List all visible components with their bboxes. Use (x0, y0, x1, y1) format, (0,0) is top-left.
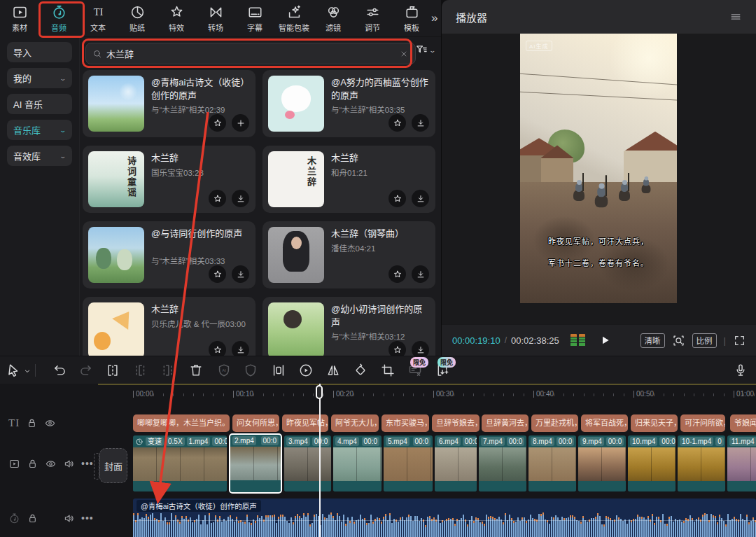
redo-button[interactable] (78, 363, 94, 378)
sidebar-item-我的[interactable]: 我的⌄ (7, 68, 72, 88)
lock-icon[interactable] (27, 512, 38, 524)
record-voiceover-button[interactable] (733, 363, 748, 378)
sidebar-item-音乐库[interactable]: 音乐库⌄ (7, 120, 72, 140)
preview-zoom-icon[interactable] (672, 334, 685, 347)
video-preview[interactable]: AI生成 昨夜见军帖，可汗大点兵， 军书十二卷，卷卷有爷名。 (520, 34, 677, 303)
favorite-button[interactable] (209, 114, 226, 132)
download-button[interactable] (412, 114, 429, 132)
fullscreen-icon[interactable] (733, 334, 746, 347)
cover-button[interactable]: 封面 (99, 448, 127, 483)
smart-captions-button[interactable]: 限免 (407, 363, 423, 378)
eye-icon[interactable] (44, 417, 56, 429)
music-card[interactable]: 诗词童谣木兰辞国乐宝宝03:28 (83, 146, 255, 213)
undo-button[interactable] (52, 363, 67, 378)
filter-button[interactable]: ⌄ (415, 43, 435, 57)
toolbar-tab-media[interactable]: 素材 (0, 4, 39, 33)
video-clip-5.mp4[interactable]: 5.mp400:0 (384, 435, 433, 491)
video-clip-10.mp4[interactable]: 10.mp400:0 (628, 435, 676, 491)
toolbar-tab-filter[interactable]: 滤镜 (314, 4, 353, 33)
clarity-button[interactable]: 清晰 (640, 333, 665, 348)
video-clip-4.mp4[interactable]: 4.mp400:0 (333, 435, 382, 491)
ai-cutout-button[interactable]: AI (216, 363, 232, 378)
music-card[interactable]: @A努力的西柚蓝兮创作的原声与“木兰辞”相关03:35 (262, 70, 435, 137)
music-card[interactable]: 木兰辞（钢琴曲）潘佳杰04:21 (262, 221, 435, 288)
select-tool[interactable] (6, 363, 21, 378)
text-segment[interactable]: 归来见天子， (631, 414, 678, 432)
ratio-button[interactable]: 比例 (692, 333, 717, 348)
text-segment[interactable]: 昨夜见军帖， (282, 414, 328, 432)
crop-button[interactable] (380, 363, 396, 378)
music-card[interactable]: 木兰辞木兰辞和舟01:21 (262, 146, 435, 213)
expand-toolbar-icon[interactable]: » (431, 11, 438, 25)
player-menu-icon[interactable] (729, 10, 743, 24)
playhead-line[interactable] (319, 384, 321, 537)
video-clip-6.mp4[interactable]: 6.mp400:0 (435, 435, 477, 491)
mask-button[interactable] (271, 363, 286, 378)
toolbar-tab-transition[interactable]: 转场 (196, 4, 235, 33)
text-segment[interactable]: 爷娘闻 (730, 414, 756, 432)
video-clip-10-1.mp4[interactable]: 10-1.mp40 (678, 435, 725, 491)
favorite-button[interactable] (209, 190, 226, 207)
toolbar-tab-audio[interactable]: 音频 (39, 4, 78, 33)
download-button[interactable] (232, 341, 249, 356)
playhead-handle[interactable] (316, 385, 323, 399)
text-segment[interactable]: 东市买骏马， (382, 414, 429, 432)
toolbar-tab-adjust[interactable]: 调节 (353, 4, 392, 33)
toolbar-tab-sticker[interactable]: 贴纸 (118, 4, 157, 33)
download-button[interactable] (232, 265, 249, 283)
freeze-frame-button[interactable] (298, 363, 314, 378)
sidebar-item-音效库[interactable]: 音效库⌄ (7, 146, 72, 166)
text-segment[interactable]: 将军百战死， (581, 414, 628, 432)
mirror-button[interactable] (326, 363, 341, 378)
music-card[interactable]: @青梅ai古诗文（收徒）创作的原声与“木兰辞”相关02:39 (83, 70, 255, 137)
volume-icon[interactable] (63, 512, 75, 524)
lock-icon[interactable] (27, 458, 38, 470)
sidebar-item-导入[interactable]: 导入 (7, 42, 72, 62)
rotate-button[interactable] (353, 363, 368, 378)
clear-search-icon[interactable] (399, 49, 409, 59)
select-tool-dropdown[interactable] (22, 366, 32, 376)
play-button[interactable] (598, 333, 612, 347)
sidebar-item-AI音乐[interactable]: AI 音乐 (7, 94, 72, 114)
video-clip-8.mp4[interactable]: 8.mp400:0 (528, 435, 576, 491)
video-clip-7.mp4[interactable]: 7.mp400:0 (479, 435, 526, 491)
toolbar-tab-captions[interactable]: 字幕 (235, 4, 274, 33)
delete-left-button[interactable] (132, 363, 148, 378)
more-options-icon[interactable]: ••• (81, 512, 94, 524)
toolbar-tab-text[interactable]: TI文本 (78, 4, 118, 33)
time-ruler[interactable]: 00:0000:1000:2000:3000:4000:5001:00 (98, 385, 756, 412)
audio-clip[interactable]: @青梅ai古诗文（收徒）创作的原声 (133, 498, 756, 537)
text-segment[interactable]: 问女何所思， (232, 414, 279, 432)
toolbar-tab-template[interactable]: 模板 (392, 4, 431, 33)
split-button[interactable] (105, 363, 120, 378)
favorite-button[interactable] (388, 341, 406, 356)
download-button[interactable] (232, 190, 249, 207)
eye-icon[interactable] (45, 458, 57, 470)
download-button[interactable] (412, 190, 429, 207)
toolbar-tab-effects[interactable]: 特效 (157, 4, 196, 33)
chroma-key-button[interactable] (243, 363, 258, 378)
text-segment[interactable]: 旦辞黄河去， (482, 414, 528, 432)
download-button[interactable] (412, 341, 429, 356)
search-input[interactable]: 木兰辞 (85, 43, 416, 64)
video-clip-11.mp4[interactable]: 11.mp4 (727, 435, 756, 491)
insert-clip-button[interactable]: 限免 (435, 363, 450, 378)
audio-meter[interactable] (570, 334, 585, 347)
toolbar-tab-smartpack[interactable]: 智能包装 (274, 4, 314, 33)
favorite-button[interactable] (388, 190, 406, 207)
favorite-button[interactable] (209, 341, 226, 356)
more-options-icon[interactable]: ••• (81, 458, 94, 469)
download-button[interactable] (412, 265, 429, 283)
delete-right-button[interactable] (160, 363, 176, 378)
video-clip-2.mp4[interactable]: 2.mp400:0 (229, 433, 282, 494)
text-segment[interactable]: 阿爷无大儿， (331, 414, 379, 432)
add-button[interactable] (232, 114, 249, 132)
text-segment[interactable]: 万里赴戎机， (531, 414, 578, 432)
delete-button[interactable] (188, 363, 204, 378)
video-clip-1.mp4[interactable]: 变速0.5X1.mp400:0 (133, 435, 227, 491)
text-segment[interactable]: 唧唧复唧唧，木兰当户织。 (133, 414, 230, 432)
music-card[interactable]: @与诗同行创作的原声与“木兰辞”相关03:33 (83, 221, 255, 288)
music-card[interactable]: 木兰辞贝乐虎儿歌 & 代一辰03:00 (83, 297, 255, 356)
favorite-button[interactable] (388, 265, 406, 283)
lock-icon[interactable] (26, 417, 38, 429)
